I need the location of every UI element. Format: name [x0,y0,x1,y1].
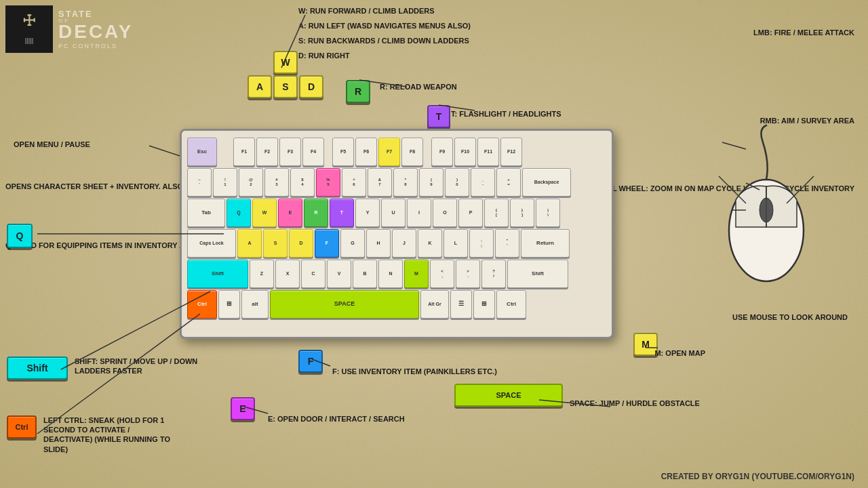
a-key[interactable]: A [237,229,262,258]
space-annotation: SPACE: JUMP / HURDLE OBSTACLE [570,399,700,408]
rbracket-key[interactable]: }] [510,199,534,227]
f11-key[interactable]: F11 [477,138,499,166]
f1-key[interactable]: F1 [233,138,255,166]
f-key[interactable]: F [315,229,339,258]
ctrl-key-standalone[interactable]: Ctrl [7,415,37,439]
alt-key-left[interactable]: alt [241,290,269,319]
o-key[interactable]: O [433,199,457,227]
function-row: Esc F1 F2 F3 F4 F5 F6 F7 F8 F9 F10 F11 F… [187,138,606,166]
c-key[interactable]: C [301,260,326,288]
3-key[interactable]: #3 [264,168,289,197]
m-annotation: M: OPEN MAP [654,348,705,358]
u-key[interactable]: U [381,199,406,227]
menu-key[interactable]: ☰ [450,290,472,319]
g-key[interactable]: G [340,229,365,258]
r-key-button[interactable]: R [346,80,370,103]
y-key[interactable]: Y [355,199,380,227]
4-key[interactable]: $4 [290,168,315,197]
minus-key[interactable]: _- [471,168,495,197]
page-content: ☩ ||||| STATE OF DECAY PC CONTROLS W A S… [0,0,868,488]
esc-key[interactable]: Esc [187,138,217,166]
r-annotation: R: RELOAD WEAPON [380,81,457,93]
f9-key[interactable]: F9 [431,138,453,166]
win-key-right[interactable]: ⊞ [473,290,495,319]
backspace-key[interactable]: Backspace [522,168,571,197]
q-key[interactable]: Q [226,199,251,227]
f10-key[interactable]: F10 [454,138,476,166]
l-key[interactable]: L [443,229,468,258]
shift-key-right[interactable]: Shift [507,260,568,288]
f2-key[interactable]: F2 [256,138,278,166]
space-key[interactable]: SPACE [270,290,419,319]
f-standalone-area: F [298,350,323,373]
f4-key[interactable]: F4 [302,138,324,166]
w-key-display[interactable]: W [273,51,298,74]
f5-key[interactable]: F5 [332,138,354,166]
logo-text: STATE OF DECAY PC CONTROLS [58,9,133,49]
e-key-standalone[interactable]: E [231,397,255,420]
space-key-standalone[interactable]: SPACE [454,384,563,407]
p-key[interactable]: P [458,199,483,227]
r-key[interactable]: R [304,199,328,227]
f8-key[interactable]: F8 [401,138,423,166]
x-key[interactable]: X [275,260,300,288]
ctrl-key-left[interactable]: Ctrl [187,290,217,319]
n-key[interactable]: N [378,260,403,288]
8-key[interactable]: *8 [393,168,418,197]
backslash-key[interactable]: |\ [536,199,560,227]
lbracket-key[interactable]: {[ [484,199,509,227]
i-key[interactable]: I [407,199,431,227]
w-key[interactable]: W [252,199,277,227]
f-key-standalone[interactable]: F [298,350,323,373]
j-key[interactable]: J [392,229,416,258]
keyboard: Esc F1 F2 F3 F4 F5 F6 F7 F8 F9 F10 F11 F… [180,129,614,339]
5-key[interactable]: %5 [316,168,340,197]
plus-key[interactable]: += [496,168,521,197]
q-key-standalone[interactable]: Q [7,224,33,248]
t-key-standalone: T [427,105,450,128]
h-key[interactable]: H [366,229,391,258]
k-key[interactable]: K [418,229,442,258]
t-key-button[interactable]: T [427,105,450,128]
shift-key-standalone[interactable]: Shift [7,357,68,380]
m-key[interactable]: M [404,260,429,288]
semicolon-key[interactable]: :; [469,229,494,258]
f6-key[interactable]: F6 [355,138,377,166]
alt-gr-key[interactable]: Alt Gr [420,290,449,319]
f12-key[interactable]: F12 [500,138,522,166]
7-key[interactable]: &7 [368,168,392,197]
1-key[interactable]: !1 [213,168,237,197]
logo: ☩ ||||| STATE OF DECAY PC CONTROLS [5,5,133,53]
e-key[interactable]: E [278,199,302,227]
t-key[interactable]: T [330,199,354,227]
9-key[interactable]: (9 [419,168,443,197]
t-annotation: T: FLASHLIGHT / HEADLIGHTS [451,108,561,120]
v-key[interactable]: V [327,260,351,288]
comma-key[interactable]: <, [430,260,454,288]
d-key[interactable]: D [289,229,313,258]
mouse-illustration [698,122,834,312]
tab-key[interactable]: Tab [187,199,225,227]
6-key[interactable]: ^6 [342,168,366,197]
b-key[interactable]: B [353,260,377,288]
s-annotation: S: RUN BACKWARDS / CLIMB DOWN LADDERS [298,35,469,47]
s-key[interactable]: S [263,229,288,258]
z-key[interactable]: Z [250,260,274,288]
shift-key-left[interactable]: Shift [187,260,248,288]
capslock-key[interactable]: Caps Lock [187,229,236,258]
slash-key[interactable]: ?/ [481,260,506,288]
2-key[interactable]: @2 [239,168,263,197]
a-key-display[interactable]: A [248,75,272,98]
f7-key[interactable]: F7 [378,138,400,166]
period-key[interactable]: >. [456,260,480,288]
mouse-area [698,122,834,312]
0-key[interactable]: )0 [445,168,469,197]
win-key[interactable]: ⊞ [218,290,240,319]
ctrl-key-right[interactable]: Ctrl [496,290,526,319]
s-key-display[interactable]: S [273,75,298,98]
d-key-display[interactable]: D [299,75,323,98]
quote-key[interactable]: "' [495,229,519,258]
return-key[interactable]: Return [521,229,570,258]
backtick-key[interactable]: ~` [187,168,212,197]
f3-key[interactable]: F3 [279,138,301,166]
